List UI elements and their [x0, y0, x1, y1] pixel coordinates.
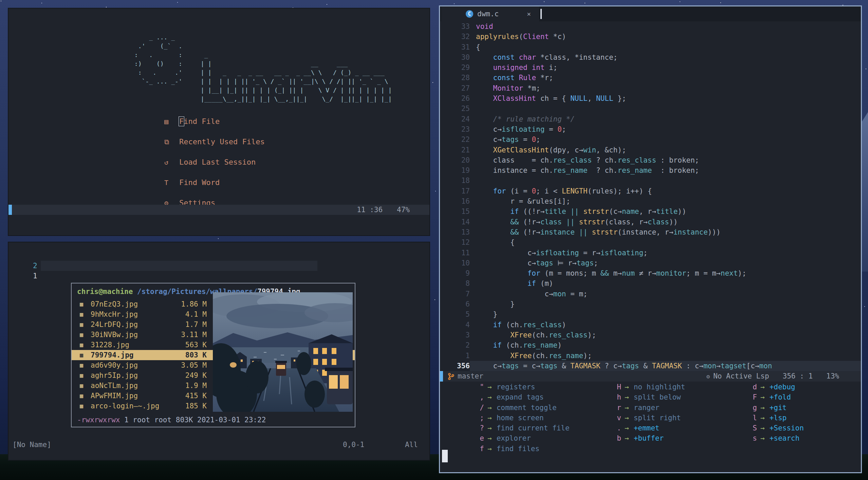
- code-token: [476, 53, 493, 61]
- whichkey-binding-explorer[interactable]: e→explorer: [475, 433, 570, 443]
- image-file-icon: ▦: [76, 360, 87, 370]
- whichkey-key: r: [612, 403, 621, 413]
- code-token: TAGMASK: [570, 362, 601, 370]
- arrow-right-icon: →: [760, 404, 765, 412]
- dashboard-menu-item-load-last-session[interactable]: ↺Load Last Session: [164, 157, 265, 178]
- dashboard-menu-item-recently-used-files[interactable]: ⧉Recently Used Files: [164, 137, 265, 157]
- code-token: const: [493, 74, 515, 82]
- file-name: 07nEzQ3.jpg: [91, 299, 166, 309]
- code-line: 17 for (i = 0; i < LENGTH(rules); i++) {: [440, 186, 861, 196]
- file-size: 249 K: [166, 370, 207, 381]
- arrow-right-icon: →: [760, 414, 765, 422]
- whichkey-binding-split-below[interactable]: h→split below: [612, 392, 685, 402]
- image-file-icon: ▦: [76, 309, 87, 319]
- code-buffer[interactable]: 33void32applyrules(Client *c)31{30 const…: [440, 21, 861, 371]
- code-token: NULL: [596, 94, 613, 103]
- code-token: XClassHint: [493, 94, 536, 103]
- code-token: = c→: [519, 362, 540, 370]
- whichkey-description: split below: [634, 393, 681, 401]
- whichkey-binding-ranger[interactable]: r→ranger: [612, 403, 685, 413]
- image-file-icon: ▦: [76, 401, 87, 411]
- whichkey-binding-split-right[interactable]: v→split right: [612, 413, 685, 423]
- code-line: 28 const Rule *r;: [440, 73, 861, 83]
- code-token: class = ch.: [476, 156, 553, 164]
- whichkey-binding-no-highlight[interactable]: H→no highlight: [612, 382, 685, 392]
- whichkey-description: +git: [770, 404, 787, 412]
- code-token: [476, 321, 493, 329]
- buffer-line-1[interactable]: 1: [8, 261, 42, 291]
- code-text: && (!r→instance || strstr(instance, r→in…: [476, 227, 861, 237]
- code-token: res_class: [549, 331, 588, 339]
- whichkey-column: d→+debugF→+foldg→+gitl→+lspS→+Sessions→+…: [748, 382, 804, 444]
- whichkey-binding--debug[interactable]: d→+debug: [748, 382, 804, 392]
- whichkey-binding--buffer[interactable]: b→+buffer: [612, 433, 685, 443]
- code-token: (m): [536, 279, 553, 288]
- whichkey-binding-expand-tags[interactable]: ,→expand tags: [475, 392, 570, 402]
- whichkey-binding-find-current-file[interactable]: ?→find current file: [475, 423, 570, 433]
- whichkey-binding-find-files[interactable]: f→find files: [475, 444, 570, 454]
- whichkey-binding-home-screen[interactable]: ;→home screen: [475, 413, 570, 423]
- arrow-right-icon: →: [760, 434, 765, 442]
- close-icon[interactable]: ×: [527, 6, 531, 21]
- code-token: : c→: [682, 362, 703, 370]
- whichkey-key: f: [475, 444, 484, 454]
- code-line: 22 c→tags = 0;: [440, 134, 861, 145]
- menu-item-label: Load Last Session: [179, 158, 256, 166]
- code-line: 3 XFree(ch.res_class);: [440, 330, 861, 340]
- line-number: 25: [440, 104, 470, 114]
- code-text: Monitor *m;: [476, 83, 861, 93]
- whichkey-binding--session[interactable]: S→+Session: [748, 423, 804, 433]
- lunarvim-dashboard-window: _ ... _ .' (_` . : . : _ :) () : | | __ …: [8, 8, 430, 236]
- whichkey-binding--search[interactable]: s→+search: [748, 433, 804, 443]
- tab-dwm-c[interactable]: C dwm.c ×: [441, 6, 539, 21]
- code-token: c→: [476, 135, 502, 144]
- whichkey-key: g: [748, 403, 757, 413]
- dashboard-menu-item-find-word[interactable]: TFind Word: [164, 178, 265, 198]
- code-token: name: [622, 207, 639, 216]
- code-text: for (i = 0; i < LENGTH(rules); i++) {: [476, 186, 861, 196]
- whichkey-binding--emmet[interactable]: .→+emmet: [612, 423, 685, 433]
- tabline: C dwm.c ×: [440, 6, 861, 21]
- whichkey-description: +buffer: [634, 434, 664, 442]
- whichkey-binding-registers[interactable]: "→registers: [475, 382, 570, 392]
- whichkey-description: +lsp: [770, 414, 787, 422]
- arrow-right-icon: →: [760, 383, 765, 391]
- image-file-icon: ▦: [76, 319, 87, 330]
- line-number: 18: [440, 176, 470, 186]
- code-token: (ch.: [532, 331, 549, 339]
- code-token: }: [476, 300, 515, 308]
- code-token: instance = ch.: [476, 166, 553, 174]
- arrow-right-icon: →: [487, 383, 492, 391]
- explorer-statusline: [No Name] 0,0-1 All: [8, 440, 429, 450]
- code-text: unsigned int i;: [476, 62, 861, 73]
- code-line: 11 c→isfloating = r→isfloating;: [440, 248, 861, 258]
- code-token: num: [622, 269, 635, 277]
- whichkey-binding-comment-toggle[interactable]: /→comment toggle: [475, 403, 570, 413]
- code-token: Monitor: [493, 84, 523, 92]
- code-token: (ch.: [502, 341, 523, 349]
- code-line: 1 XFree(ch.res_name);: [440, 351, 861, 361]
- code-token: [476, 187, 493, 195]
- code-token: [476, 218, 510, 226]
- file-name: 9hMxcHr.jpg: [91, 309, 166, 319]
- file-size: 415 K: [166, 391, 207, 401]
- code-text: {: [476, 42, 861, 52]
- code-text: applyrules(Client *c): [476, 32, 861, 42]
- code-token: TAGMASK: [652, 362, 682, 370]
- git-branch-name: master: [458, 371, 483, 382]
- dashboard-menu-item-find-file[interactable]: ▤Find File: [164, 116, 265, 137]
- arrow-right-icon: →: [487, 404, 492, 412]
- whichkey-binding--fold[interactable]: F→+fold: [748, 392, 804, 402]
- whichkey-binding--git[interactable]: g→+git: [748, 403, 804, 413]
- lf-user-host: chris@machine: [77, 288, 133, 296]
- line-number: 6: [440, 299, 470, 309]
- code-token: : broken;: [652, 166, 699, 174]
- dashboard-menu: ▤Find File⧉Recently Used Files↺Load Last…: [164, 116, 265, 218]
- code-token: [515, 74, 519, 82]
- code-token: [515, 53, 519, 61]
- arrow-right-icon: →: [760, 393, 765, 401]
- code-token: ;: [562, 125, 566, 133]
- whichkey-binding--lsp[interactable]: l→+lsp: [748, 413, 804, 423]
- file-size: 563 K: [166, 340, 207, 350]
- scroll-percent: 13%: [826, 372, 839, 380]
